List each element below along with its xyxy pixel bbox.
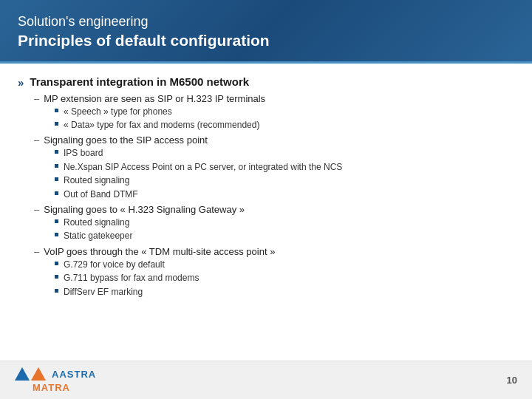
- list-item: Ne.Xspan SIP Access Point on a PC server…: [55, 161, 514, 174]
- subsection-2-title: – Signaling goes to the SIP access point: [34, 134, 514, 146]
- logo-top: AASTRA: [15, 367, 96, 381]
- bullet-icon: [55, 262, 58, 265]
- subsection-4-items: G.729 for voice by default G.711 bypass …: [55, 259, 514, 299]
- item-text: Routed signaling: [64, 216, 129, 229]
- list-item: Static gatekeeper: [55, 230, 514, 242]
- subsection-4: – VoIP goes through the « TDM multi-site…: [34, 246, 514, 299]
- logo-triangle-left-icon: [15, 367, 30, 381]
- logo-triangle-right-icon: [31, 367, 46, 381]
- item-text: DiffServ EF marking: [64, 286, 143, 299]
- item-text: « Speech » type for phones: [64, 106, 172, 118]
- section-title: Transparent integration in M6500 network: [30, 75, 249, 88]
- bullet-icon: [55, 122, 58, 126]
- bullet-icon: [55, 150, 58, 154]
- subsection-3-items: Routed signaling Static gatekeeper: [55, 216, 514, 243]
- footer: AASTRA MATRA 10: [0, 361, 532, 399]
- logo-area: AASTRA MATRA: [15, 367, 96, 393]
- list-item: G.729 for voice by default: [55, 259, 514, 271]
- item-text: Out of Band DTMF: [64, 188, 138, 201]
- list-item: G.711 bypass for fax and modems: [55, 272, 514, 284]
- subsection-3-title: – Signaling goes to « H.323 Signaling Ga…: [34, 204, 514, 215]
- bullet-icon: [55, 219, 58, 223]
- item-text: Ne.Xspan SIP Access Point on a PC server…: [64, 161, 342, 174]
- subsection-1-items: « Speech » type for phones « Data» type …: [55, 106, 514, 132]
- bullet-icon: [55, 177, 58, 181]
- header: Solution's engineering Principles of def…: [0, 0, 532, 61]
- main-content: » Transparent integration in M6500 netwo…: [0, 64, 532, 307]
- bullet-icon: [55, 191, 58, 195]
- list-item: Routed signaling: [55, 216, 514, 229]
- subsection-4-label: VoIP goes through the « TDM multi-site a…: [44, 246, 275, 257]
- section-header: » Transparent integration in M6500 netwo…: [18, 75, 514, 89]
- list-item: « Speech » type for phones: [55, 106, 514, 118]
- item-text: Static gatekeeper: [64, 230, 132, 242]
- list-item: DiffServ EF marking: [55, 286, 514, 299]
- subsection-1-label: MP extension are seen as SIP or H.323 IP…: [44, 93, 265, 104]
- logo-matra-text: MATRA: [33, 382, 70, 393]
- list-item: Out of Band DTMF: [55, 188, 514, 201]
- item-text: « Data» type for fax and modems (recomme…: [64, 119, 259, 132]
- subsection-2-items: IPS board Ne.Xspan SIP Access Point on a…: [55, 147, 514, 201]
- subsection-4-title: – VoIP goes through the « TDM multi-site…: [34, 246, 514, 257]
- logo-triangles: [15, 367, 46, 381]
- dash-1: –: [34, 93, 39, 104]
- subsection-3-label: Signaling goes to « H.323 Signaling Gate…: [44, 204, 245, 215]
- bullet-icon: [55, 164, 58, 168]
- item-text: G.729 for voice by default: [64, 259, 165, 271]
- subsection-3: – Signaling goes to « H.323 Signaling Ga…: [34, 204, 514, 243]
- subsection-2-label: Signaling goes to the SIP access point: [44, 134, 208, 146]
- item-text: IPS board: [64, 147, 103, 160]
- bullet-icon: [55, 233, 58, 236]
- header-title-main: Solution's engineering: [18, 13, 514, 30]
- list-item: Routed signaling: [55, 174, 514, 187]
- subsection-1-title: – MP extension are seen as SIP or H.323 …: [34, 93, 514, 104]
- dash-4: –: [34, 246, 39, 257]
- section-bullet: »: [18, 76, 24, 89]
- dash-3: –: [34, 204, 39, 215]
- dash-2: –: [34, 134, 39, 146]
- logo-matra-row: MATRA: [33, 382, 70, 393]
- subsection-2: – Signaling goes to the SIP access point…: [34, 134, 514, 201]
- logo-aastra-text: AASTRA: [52, 369, 96, 380]
- list-item: IPS board: [55, 147, 514, 160]
- header-title-sub: Principles of default configuration: [18, 30, 514, 50]
- item-text: Routed signaling: [64, 174, 129, 187]
- list-item: « Data» type for fax and modems (recomme…: [55, 119, 514, 132]
- page-number: 10: [507, 375, 517, 386]
- subsection-1: – MP extension are seen as SIP or H.323 …: [34, 93, 514, 132]
- item-text: G.711 bypass for fax and modems: [64, 272, 199, 284]
- bullet-icon: [55, 275, 58, 279]
- bullet-icon: [55, 109, 58, 112]
- bullet-icon: [55, 289, 58, 293]
